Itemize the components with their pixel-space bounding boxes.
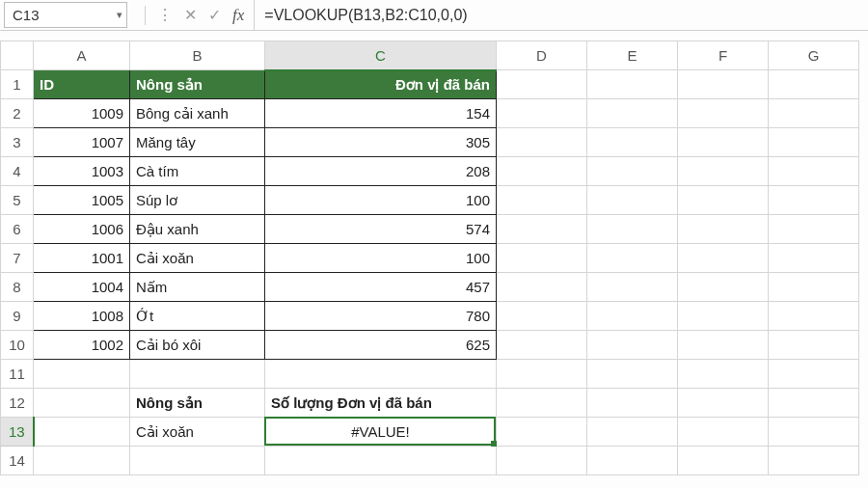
cell-F2[interactable]	[678, 99, 768, 127]
vertical-dots-icon[interactable]: ⋮	[157, 6, 173, 24]
row-header-10[interactable]: 10	[1, 331, 34, 360]
cell-C4[interactable]: 208	[265, 157, 496, 185]
cell-A5[interactable]: 1005	[34, 186, 129, 214]
cell-A4[interactable]: 1003	[34, 157, 129, 185]
cell-B1[interactable]: Nông sản	[130, 70, 264, 98]
cell-G7[interactable]	[769, 244, 858, 272]
row-header-7[interactable]: 7	[1, 244, 34, 273]
cell-B6[interactable]: Đậu xanh	[130, 215, 264, 243]
cell-B4[interactable]: Cà tím	[130, 157, 264, 185]
row-header-14[interactable]: 14	[1, 447, 34, 475]
cell-F10[interactable]	[678, 331, 768, 359]
cell-E11[interactable]	[587, 360, 677, 388]
fx-icon[interactable]: fx	[232, 6, 244, 25]
row-header-9[interactable]: 9	[1, 302, 34, 331]
row-header-6[interactable]: 6	[1, 215, 34, 244]
cell-C13[interactable]: #VALUE!	[265, 418, 496, 446]
cell-C14[interactable]	[265, 447, 496, 474]
cell-C8[interactable]: 457	[265, 273, 496, 301]
cell-A7[interactable]: 1001	[34, 244, 129, 272]
cell-F1[interactable]	[678, 70, 768, 98]
col-header-F[interactable]: F	[678, 41, 769, 70]
cell-C7[interactable]: 100	[265, 244, 496, 272]
cell-E6[interactable]	[587, 215, 677, 243]
cell-C3[interactable]: 305	[265, 128, 496, 156]
cell-D10[interactable]	[497, 331, 586, 359]
cell-A3[interactable]: 1007	[34, 128, 129, 156]
cell-D3[interactable]	[497, 128, 586, 156]
cancel-icon[interactable]: ✕	[184, 6, 197, 24]
cell-A8[interactable]: 1004	[34, 273, 129, 301]
cell-D2[interactable]	[497, 99, 586, 127]
cell-G5[interactable]	[769, 186, 858, 214]
cell-B8[interactable]: Nấm	[130, 273, 264, 301]
cell-B3[interactable]: Măng tây	[130, 128, 264, 156]
cell-D8[interactable]	[497, 273, 586, 301]
cell-C10[interactable]: 625	[265, 331, 496, 359]
cell-F13[interactable]	[678, 418, 768, 446]
cell-F4[interactable]	[678, 157, 768, 185]
cell-B5[interactable]: Súp lơ	[130, 186, 264, 214]
cell-E7[interactable]	[587, 244, 677, 272]
row-header-8[interactable]: 8	[1, 273, 34, 302]
cell-D5[interactable]	[497, 186, 586, 214]
cell-G2[interactable]	[769, 99, 858, 127]
cell-F9[interactable]	[678, 302, 768, 330]
cell-C2[interactable]: 154	[265, 99, 496, 127]
cell-E10[interactable]	[587, 331, 677, 359]
cell-B2[interactable]: Bông cải xanh	[130, 99, 264, 127]
cell-A13[interactable]	[35, 418, 130, 446]
cell-D4[interactable]	[497, 157, 586, 185]
cell-D14[interactable]	[497, 447, 586, 474]
row-header-13[interactable]: 13	[1, 418, 34, 447]
cell-A1[interactable]: ID	[34, 70, 129, 98]
cell-G9[interactable]	[769, 302, 858, 330]
col-header-G[interactable]: G	[769, 41, 859, 70]
cell-F12[interactable]	[678, 389, 768, 417]
cell-C1[interactable]: Đơn vị đã bán	[265, 71, 496, 99]
cell-E12[interactable]	[587, 389, 677, 417]
cell-C6[interactable]: 574	[265, 215, 496, 243]
cell-F6[interactable]	[678, 215, 768, 243]
cell-B7[interactable]: Cải xoăn	[130, 244, 264, 272]
col-header-B[interactable]: B	[130, 41, 265, 70]
cell-G11[interactable]	[769, 360, 858, 388]
col-header-D[interactable]: D	[497, 41, 587, 70]
row-header-12[interactable]: 12	[1, 389, 34, 418]
col-header-A[interactable]: A	[34, 41, 130, 70]
accept-icon[interactable]: ✓	[208, 6, 221, 24]
cell-G12[interactable]	[769, 389, 858, 417]
cell-A11[interactable]	[34, 360, 129, 388]
cell-C12[interactable]: Số lượng Đơn vị đã bán	[265, 389, 496, 417]
cell-B9[interactable]: Ớt	[130, 302, 264, 330]
row-header-2[interactable]: 2	[1, 99, 34, 128]
cell-A9[interactable]: 1008	[34, 302, 129, 330]
cell-C11[interactable]	[265, 360, 496, 388]
cell-B11[interactable]	[130, 360, 264, 388]
cell-G10[interactable]	[769, 331, 858, 359]
cell-A14[interactable]	[34, 447, 129, 474]
cell-E14[interactable]	[587, 447, 677, 474]
row-header-1[interactable]: 1	[1, 70, 34, 99]
cell-E4[interactable]	[587, 157, 677, 185]
row-header-3[interactable]: 3	[1, 128, 34, 157]
cell-A6[interactable]: 1006	[34, 215, 129, 243]
row-header-11[interactable]: 11	[1, 360, 34, 389]
cell-F8[interactable]	[678, 273, 768, 301]
cell-B13[interactable]: Cải xoăn	[130, 418, 264, 446]
cell-D1[interactable]	[497, 70, 586, 98]
row-header-4[interactable]: 4	[1, 157, 34, 186]
cell-E5[interactable]	[587, 186, 677, 214]
cell-G13[interactable]	[769, 418, 858, 446]
cell-D11[interactable]	[497, 360, 586, 388]
cell-D13[interactable]	[497, 418, 586, 446]
cell-A12[interactable]	[34, 389, 129, 417]
cell-F7[interactable]	[678, 244, 768, 272]
cell-G14[interactable]	[769, 447, 858, 474]
cell-G3[interactable]	[769, 128, 858, 156]
cell-E8[interactable]	[587, 273, 677, 301]
col-header-C[interactable]: C	[265, 41, 497, 70]
cell-G6[interactable]	[769, 215, 858, 243]
cell-D7[interactable]	[497, 244, 586, 272]
cell-B12[interactable]: Nông sản	[130, 389, 264, 417]
